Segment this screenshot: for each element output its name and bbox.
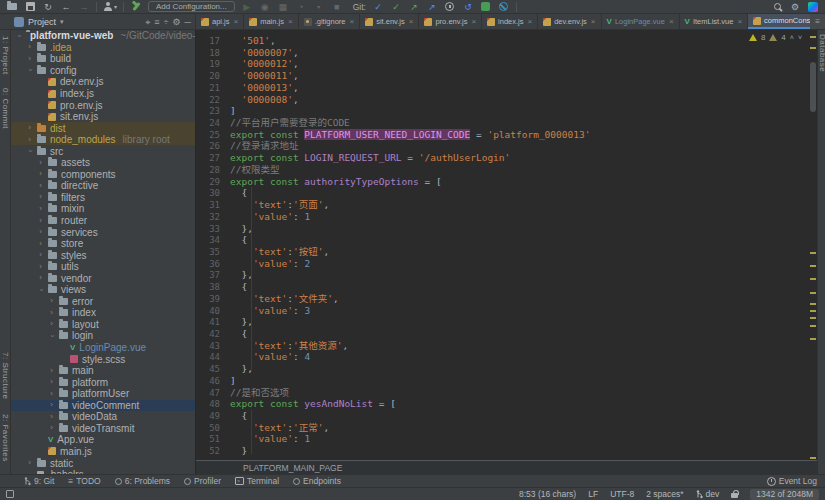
- chevron-icon[interactable]: ›: [48, 378, 55, 386]
- tab-index.js[interactable]: index.js×: [482, 14, 538, 29]
- tree-item-build[interactable]: ›build: [11, 53, 195, 65]
- chevron-icon[interactable]: ›: [37, 193, 44, 201]
- git-push-alt-icon[interactable]: ↗: [426, 1, 438, 13]
- tree-item-pro.env.js[interactable]: pro.env.js: [11, 99, 195, 111]
- warning-stripe-mark[interactable]: [810, 292, 816, 294]
- line-number[interactable]: 49: [196, 411, 230, 423]
- do-not-disturb-icon[interactable]: [498, 1, 510, 13]
- chevron-icon[interactable]: ›: [37, 182, 44, 190]
- chevron-icon[interactable]: ›: [48, 401, 55, 409]
- chevron-icon[interactable]: ›: [26, 148, 34, 155]
- code-line[interactable]: 19 '0000012',: [196, 58, 817, 70]
- tab-close-icon[interactable]: ×: [591, 17, 596, 26]
- code-line[interactable]: 51 'value': 1: [196, 433, 817, 445]
- git-branch-widget[interactable]: dev: [696, 489, 720, 499]
- code-line[interactable]: 31 'text':'页面',: [196, 199, 817, 211]
- code-line[interactable]: 39 'text':'文件夹',: [196, 293, 817, 305]
- code-line[interactable]: 24//平台用户需要登录的CODE: [196, 117, 817, 129]
- code-line[interactable]: 37 },: [196, 269, 817, 281]
- tab-close-icon[interactable]: ×: [349, 17, 354, 26]
- tab-close-icon[interactable]: ×: [471, 17, 476, 26]
- tree-item-src[interactable]: ›src: [11, 145, 195, 157]
- run-configuration-select[interactable]: Add Configuration...: [148, 1, 235, 12]
- tree-item-store[interactable]: ›store: [11, 238, 195, 250]
- sync-icon[interactable]: ↻: [42, 1, 54, 13]
- code-line[interactable]: 28//权限类型: [196, 164, 817, 176]
- button-problems[interactable]: 6: Problems: [115, 476, 170, 486]
- line-number[interactable]: 52: [196, 446, 230, 458]
- code-line[interactable]: 46]: [196, 375, 817, 387]
- warning-stripe-mark[interactable]: [810, 338, 816, 340]
- chevron-icon[interactable]: ›: [37, 240, 44, 248]
- expand-all-icon[interactable]: ÷: [164, 15, 169, 29]
- file-encoding[interactable]: UTF-8: [610, 489, 634, 499]
- editor[interactable]: 17 '501',18 '0000007',19 '0000012',20 '0…: [196, 30, 817, 474]
- tree-item-node_modules[interactable]: ›node_moduleslibrary root: [11, 134, 195, 146]
- forward-icon[interactable]: →: [78, 1, 90, 13]
- warning-stripe-mark[interactable]: [810, 325, 816, 327]
- save-icon[interactable]: [24, 1, 36, 13]
- code-line[interactable]: 36 'value': 2: [196, 258, 817, 270]
- line-number[interactable]: 35: [196, 247, 230, 259]
- stop-icon[interactable]: ■: [331, 1, 343, 13]
- button-todo[interactable]: ≡TODO: [68, 476, 100, 486]
- chevron-icon[interactable]: ›: [37, 263, 44, 271]
- profiler-run-icon[interactable]: ◔: [295, 1, 307, 13]
- chevron-icon[interactable]: ›: [48, 413, 55, 421]
- tree-item-error[interactable]: ›error: [11, 296, 195, 308]
- chevron-icon[interactable]: ›: [15, 32, 23, 39]
- tree-item-components[interactable]: ›components: [11, 169, 195, 181]
- warning-stripe-mark[interactable]: [810, 457, 816, 459]
- tab-.gitignore[interactable]: .gitignore×: [299, 14, 361, 29]
- tool-window-switcher-icon[interactable]: [6, 490, 14, 498]
- chevron-down-icon[interactable]: ▾: [60, 18, 64, 26]
- tool-stripe-favorites[interactable]: 2: Favorites: [1, 414, 10, 462]
- tool-stripe-structure[interactable]: 7: Structure: [1, 352, 10, 399]
- chevron-icon[interactable]: ›: [48, 332, 56, 339]
- tab-main.js[interactable]: main.js×: [244, 14, 298, 29]
- tree-item-services[interactable]: ›services: [11, 226, 195, 238]
- green-square-icon[interactable]: [480, 1, 492, 13]
- warning-stripe-mark[interactable]: [810, 310, 816, 312]
- line-number[interactable]: 39: [196, 294, 230, 306]
- tab-list-icon[interactable]: ≡: [810, 14, 825, 29]
- history-icon[interactable]: [444, 1, 456, 13]
- chevron-icon[interactable]: ›: [37, 251, 44, 259]
- chevron-icon[interactable]: ›: [37, 274, 44, 282]
- tree-item-main[interactable]: ›main: [11, 365, 195, 377]
- collapse-all-icon[interactable]: ≡: [154, 15, 159, 29]
- memory-indicator[interactable]: 1342 of 2048M: [750, 489, 819, 500]
- code-line[interactable]: 40 'value': 3: [196, 305, 817, 317]
- chevron-icon[interactable]: ›: [26, 55, 33, 63]
- code-line[interactable]: 25export const PLATFORM_USER_NEED_LOGIN_…: [196, 129, 817, 141]
- chevron-icon[interactable]: ›: [37, 170, 44, 178]
- line-number[interactable]: 21: [196, 83, 230, 95]
- code-line[interactable]: 33 },: [196, 223, 817, 235]
- tree-item-videoComment[interactable]: ›videoComment: [11, 400, 195, 412]
- line-number[interactable]: 17: [196, 36, 230, 48]
- warning-stripe-mark[interactable]: [810, 317, 816, 319]
- button-terminal[interactable]: >Terminal: [235, 476, 279, 486]
- chevron-icon[interactable]: ›: [26, 136, 33, 144]
- tab-close-icon[interactable]: ×: [737, 17, 742, 26]
- tree-item-layout[interactable]: ›layout: [11, 319, 195, 331]
- warning-stripe-mark[interactable]: [810, 252, 816, 254]
- tree-item-App.vue[interactable]: VApp.vue: [11, 434, 195, 446]
- tab-LoginPage.vue[interactable]: VLoginPage.vue×: [602, 14, 680, 29]
- locate-icon[interactable]: ⌖: [145, 15, 150, 29]
- code-line[interactable]: 21 '0000013',: [196, 82, 817, 94]
- chevron-icon[interactable]: ›: [26, 67, 34, 74]
- chevron-icon[interactable]: ›: [26, 124, 33, 132]
- tree-item-views[interactable]: ›views: [11, 284, 195, 296]
- tab-dev.env.js[interactable]: dev.env.js×: [538, 14, 601, 29]
- event-log-button[interactable]: Event Log: [767, 476, 817, 486]
- code-line[interactable]: 23]: [196, 105, 817, 117]
- button-git[interactable]: 9: Git: [24, 476, 54, 486]
- tree-item-login[interactable]: ›login: [11, 330, 195, 342]
- tool-stripe-project[interactable]: 1: Project: [1, 36, 10, 75]
- panel-settings-icon[interactable]: ⚙: [173, 15, 181, 29]
- caret-position[interactable]: 8:53 (16 chars): [519, 489, 576, 499]
- chevron-icon[interactable]: ›: [37, 205, 44, 213]
- tree-item-sit.env.js[interactable]: sit.env.js: [11, 111, 195, 123]
- git-push-icon[interactable]: ↗: [408, 1, 420, 13]
